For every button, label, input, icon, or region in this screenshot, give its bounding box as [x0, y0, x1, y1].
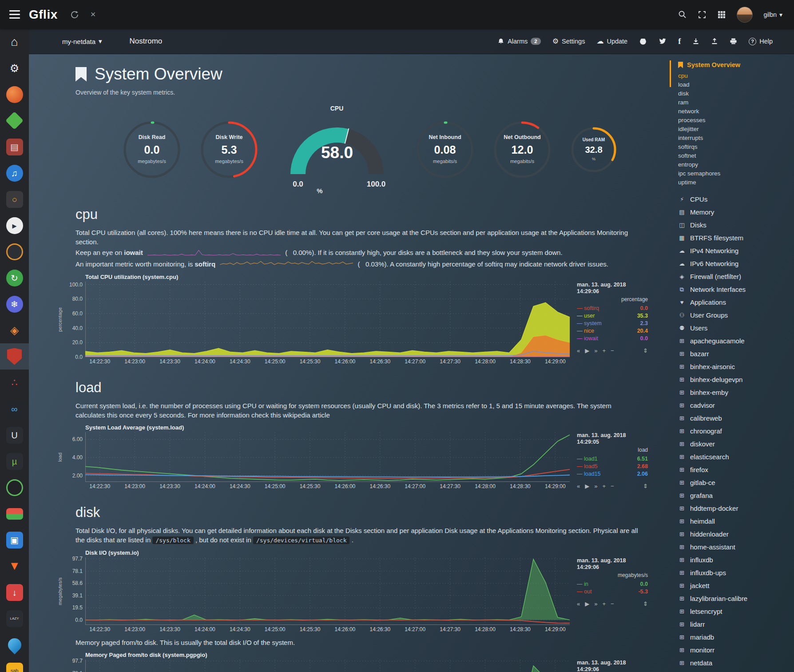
nav-item-processes[interactable]: processes [678, 116, 790, 125]
sidebar-app-home[interactable]: ⌂ [0, 29, 29, 55]
chart-play-button[interactable]: ▶ [585, 483, 589, 489]
nav-system-overview[interactable]: System Overview [678, 61, 790, 68]
chart-plot-cpu[interactable] [85, 282, 570, 357]
nav-section-memory[interactable]: ▤Memory [678, 206, 790, 219]
legend-item-user[interactable]: — user35.3 [577, 312, 648, 320]
nav-section-user-groups[interactable]: ⚇User Groups [678, 309, 790, 322]
legend-item-load1[interactable]: — load16.51 [577, 455, 648, 463]
nav-app-monitorr[interactable]: ⊞monitorr [678, 644, 790, 656]
chart-zoom-out-button[interactable]: − [611, 600, 614, 607]
sidebar-app-settings[interactable]: ⚙ [0, 55, 29, 81]
alarms-button[interactable]: Alarms 2 [497, 38, 541, 45]
nav-app-binhex-delugevpn[interactable]: ⊞binhex-delugevpn [678, 373, 790, 386]
nav-app-binhex-airsonic[interactable]: ⊞binhex-airsonic [678, 360, 790, 373]
chart-pan-right-button[interactable]: » [594, 600, 597, 607]
menu-icon[interactable] [0, 10, 29, 19]
nav-item-interrupts[interactable]: interrupts [678, 134, 790, 143]
legend-item-softirq[interactable]: — softirq0.0 [577, 305, 648, 312]
close-icon[interactable]: × [91, 9, 96, 20]
nav-app-netdata[interactable]: ⊞netdata [678, 656, 790, 669]
nav-app-heimdall[interactable]: ⊞heimdall [678, 515, 790, 528]
legend-item-in[interactable]: — in0.0 [577, 581, 648, 588]
sidebar-app-jackett[interactable]: ○ [0, 186, 29, 212]
chart-plot-pgpgio[interactable] [85, 660, 570, 672]
update-button[interactable]: ☁ Update [596, 38, 627, 45]
refresh-icon[interactable] [70, 10, 79, 19]
print-button[interactable] [730, 38, 737, 45]
wikipedia-link[interactable]: wikipedia article [283, 411, 330, 419]
nav-app-apacheguacamole[interactable]: ⊞apacheguacamole [678, 334, 790, 347]
sidebar-app-app-14[interactable]: ∴ [0, 370, 29, 396]
chart-plot-load[interactable] [85, 432, 570, 482]
legend-item-nice[interactable]: — nice20.4 [577, 327, 648, 335]
nav-app-hddtemp-docker[interactable]: ⊞hddtemp-docker [678, 502, 790, 515]
nav-app-influxdb-ups[interactable]: ⊞influxdb-ups [678, 566, 790, 579]
sidebar-app-gitlab[interactable]: ▼ [0, 553, 29, 579]
nav-item-softnet[interactable]: softnet [678, 151, 790, 160]
nav-section-users[interactable]: ⚉Users [678, 322, 790, 334]
sidebar-app-app-22[interactable]: ↓ [0, 579, 29, 605]
chart-pan-right-button[interactable]: » [594, 483, 597, 489]
twitter-button[interactable] [659, 38, 667, 45]
nav-item-ram[interactable]: ram [678, 98, 790, 107]
nav-section-ipv4-networking[interactable]: ☁IPv4 Networking [678, 244, 790, 257]
sidebar-app-lazylibrarian[interactable]: LAZY [0, 605, 29, 632]
sidebar-app-app-16[interactable]: U [0, 422, 29, 448]
sidebar-app-app-3[interactable] [0, 81, 29, 107]
chart-zoom-out-button[interactable]: − [611, 483, 614, 489]
nav-item-cpu[interactable]: cpu [678, 72, 790, 80]
sidebar-app-app-9[interactable] [0, 239, 29, 265]
apps-grid-icon[interactable] [717, 10, 726, 19]
sidebar-app-sabnzbd[interactable]: sab [0, 658, 29, 672]
gauge-net-inbound[interactable]: Net Inbound0.08megabits/s [416, 120, 474, 179]
nav-section-disks[interactable]: ◫Disks [678, 219, 790, 231]
export-button[interactable] [711, 38, 718, 45]
nav-item-disk[interactable]: disk [678, 89, 790, 98]
nav-app-cadvisor[interactable]: ⊞cadvisor [678, 399, 790, 412]
sidebar-app-app-10[interactable]: ↻ [0, 265, 29, 291]
gauge-cpu[interactable]: CPU58.00.0100.0% [277, 105, 397, 194]
chart-play-button[interactable]: ▶ [585, 347, 589, 354]
sidebar-app-airsonic[interactable]: ♫ [0, 160, 29, 186]
nav-item-load[interactable]: load [678, 80, 790, 89]
legend-item-load5[interactable]: — load52.68 [577, 463, 648, 470]
chart-resize-handle[interactable]: ⇕ [643, 347, 648, 354]
chart-zoom-in-button[interactable]: + [602, 600, 606, 607]
legend-item-iowait[interactable]: — iowait0.0 [577, 335, 648, 342]
nav-app-lazylibrarian-calibre[interactable]: ⊞lazylibrarian-calibre [678, 592, 790, 605]
chart-zoom-in-button[interactable]: + [602, 483, 606, 489]
legend-item-system[interactable]: — system2.3 [577, 320, 648, 327]
nav-app-elasticsearch[interactable]: ⊞elasticsearch [678, 450, 790, 463]
facebook-button[interactable]: f [678, 37, 681, 45]
nav-item-entropy[interactable]: entropy [678, 160, 790, 169]
chart-play-button[interactable]: ▶ [585, 600, 589, 607]
nav-app-letsencrypt[interactable]: ⊞letsencrypt [678, 605, 790, 618]
nav-app-grafana[interactable]: ⊞grafana [678, 489, 790, 502]
nav-app-diskover[interactable]: ⊞diskover [678, 437, 790, 450]
sidebar-app-plex[interactable]: ▸ [0, 212, 29, 239]
nav-section-network-interfaces[interactable]: ⧉Network Interfaces [678, 283, 790, 296]
sidebar-app-app-12[interactable]: ◈ [0, 317, 29, 343]
nav-item-idlejitter[interactable]: idlejitter [678, 125, 790, 134]
chart-pan-right-button[interactable]: » [594, 347, 597, 354]
nav-app-bazarr[interactable]: ⊞bazarr [678, 347, 790, 360]
import-button[interactable] [692, 38, 699, 45]
nav-item-network[interactable]: network [678, 107, 790, 116]
chart-resize-handle[interactable]: ⇕ [643, 600, 648, 607]
chart-zoom-out-button[interactable]: − [611, 347, 614, 354]
nav-app-binhex-emby[interactable]: ⊞binhex-emby [678, 386, 790, 399]
gauge-disk-write[interactable]: Disk Write5.3megabytes/s [200, 120, 258, 179]
sidebar-app-netdata[interactable] [0, 343, 29, 370]
nav-app-calibreweb[interactable]: ⊞calibreweb [678, 412, 790, 425]
search-icon[interactable] [678, 10, 687, 19]
nav-section-ipv6-networking[interactable]: ☁IPv6 Networking [678, 257, 790, 270]
github-button[interactable] [639, 37, 647, 45]
server-dropdown[interactable]: my-netdata ▾ [62, 37, 102, 45]
nav-app-chronograf[interactable]: ⊞chronograf [678, 425, 790, 437]
fullscreen-icon[interactable] [698, 10, 707, 19]
chart-plot-disk-io[interactable] [85, 557, 570, 625]
settings-button[interactable]: ⚙ Settings [552, 38, 585, 45]
nav-item-uptime[interactable]: uptime [678, 178, 790, 187]
help-button[interactable]: ? Help [749, 38, 773, 45]
sidebar-app-app-19[interactable] [0, 501, 29, 527]
